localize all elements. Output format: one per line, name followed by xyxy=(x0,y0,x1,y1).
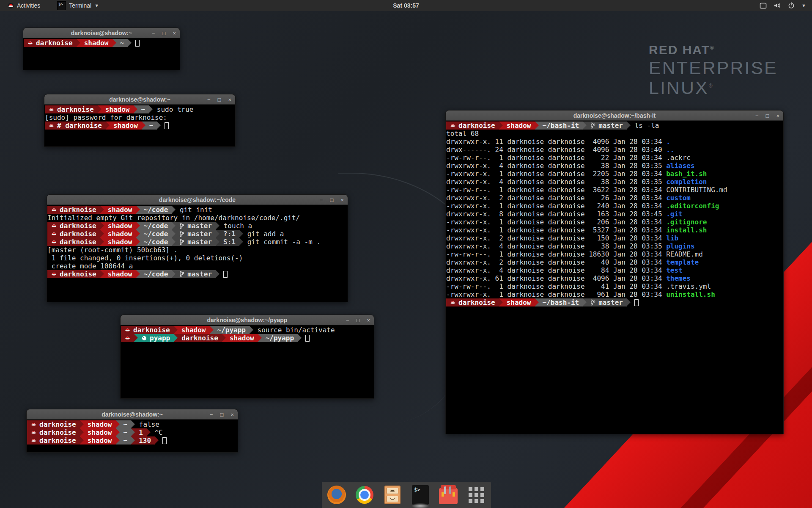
titlebar[interactable]: darknoise@shadow:~ − □ × xyxy=(27,409,238,420)
terminal-window-home-1[interactable]: darknoise@shadow:~ − □ × darknoiseshadow… xyxy=(23,28,180,70)
powerline-arrow xyxy=(136,238,140,246)
prompt-segment-host: shadow xyxy=(110,121,142,130)
terminal-content[interactable]: darknoiseshadow~ sudo true[sudo] passwor… xyxy=(44,105,235,146)
redhat-icon xyxy=(27,40,33,46)
redhat-icon xyxy=(31,430,36,435)
terminal-line: -rwxrwxr-x. 1 darknoise darknoise 206 Ja… xyxy=(446,218,783,226)
terminal-line: drwx------. 24 darknoise darknoise 4096 … xyxy=(446,146,783,154)
titlebar[interactable]: darknoise@shadow:~/pyapp − □ × xyxy=(121,315,374,325)
ls-fields: -rw-rw-r--. 1 darknoise darknoise 3622 J… xyxy=(446,186,666,194)
minimize-button[interactable]: − xyxy=(346,318,349,323)
volume-icon[interactable] xyxy=(774,2,781,9)
powerline-arrow xyxy=(499,298,503,306)
close-button[interactable]: × xyxy=(367,318,370,323)
window-title: darknoise@shadow:~ xyxy=(44,96,235,103)
terminal-line: [sudo] password for darknoise: xyxy=(45,113,235,121)
terminal-window-sudo[interactable]: darknoise@shadow:~ − □ × darknoiseshadow… xyxy=(44,94,236,147)
terminal-line: darknoiseshadow~/codemaster?:1 git add a xyxy=(47,230,348,238)
powerline-arrow xyxy=(174,334,178,342)
toolbox-icon[interactable] xyxy=(439,485,458,505)
app-menu-terminal[interactable]: $> Terminal ▼ xyxy=(55,0,102,11)
ls-fields: -rwxrwxr-x. 1 darknoise darknoise 240 Ja… xyxy=(446,202,666,210)
firefox-icon[interactable] xyxy=(327,485,346,505)
prompt-segment-git: master xyxy=(176,230,216,238)
minimize-button[interactable]: − xyxy=(320,197,323,203)
powerline-arrow xyxy=(239,238,243,246)
prompt-segment-user: darknoise xyxy=(446,298,499,306)
prompt-segment-path: ~ xyxy=(120,436,132,444)
maximize-button[interactable]: □ xyxy=(357,318,360,323)
redhat-icon xyxy=(51,231,57,237)
close-button[interactable]: × xyxy=(776,113,779,119)
terminal-content[interactable]: darknoiseshadow~/pyapp source bin/activa… xyxy=(121,325,374,398)
close-button[interactable]: × xyxy=(228,97,231,102)
maximize-button[interactable]: □ xyxy=(218,97,221,102)
terminal-line: -rw-rw-r--. 1 darknoise darknoise 41 Jan… xyxy=(446,282,783,290)
terminal-icon[interactable]: $> xyxy=(411,485,430,505)
terminal-content[interactable]: darknoiseshadow~/code git initInitialize… xyxy=(47,205,348,302)
branch-icon xyxy=(590,122,595,129)
powerline-arrow xyxy=(216,270,219,278)
power-icon[interactable] xyxy=(788,2,795,9)
redhat-icon xyxy=(49,107,54,112)
ls-fields: drwxrwxr-x. 4 darknoise darknoise 38 Jan… xyxy=(446,162,666,170)
maximize-button[interactable]: □ xyxy=(330,197,334,203)
output-text: Initialized empty Git repository in /hom… xyxy=(47,214,300,222)
output-text: total 68 xyxy=(446,130,479,138)
close-button[interactable]: × xyxy=(340,197,344,203)
command-text: ls -la xyxy=(631,121,659,130)
terminal-line: Initialized empty Git repository in /hom… xyxy=(47,214,348,222)
terminal-content[interactable]: darknoiseshadow~/bash-itmaster ls -latot… xyxy=(446,121,783,434)
titlebar[interactable]: darknoise@shadow:~ − □ × xyxy=(44,94,235,105)
titlebar[interactable]: darknoise@shadow:~/bash-it − □ × xyxy=(446,110,783,121)
titlebar[interactable]: darknoise@shadow:~ − □ × xyxy=(23,28,180,38)
branch-icon xyxy=(179,231,184,237)
powerline-arrow xyxy=(142,121,145,130)
minimize-button[interactable]: − xyxy=(152,30,155,36)
powerline-arrow xyxy=(100,270,104,278)
prompt-segment-host: shadow xyxy=(104,222,136,230)
activities-button[interactable]: Activities xyxy=(3,0,44,11)
ls-filename: aliases xyxy=(666,162,694,170)
command-text: false xyxy=(135,420,159,428)
powerline-arrow xyxy=(535,121,539,130)
maximize-button[interactable]: □ xyxy=(220,412,224,417)
prompt-segment-path: ~/code xyxy=(140,270,172,278)
prompt-segment-path: ~/pyapp xyxy=(262,334,298,342)
maximize-button[interactable]: □ xyxy=(162,30,166,36)
minimize-button[interactable]: − xyxy=(207,97,211,102)
window-title: darknoise@shadow:~ xyxy=(27,411,238,418)
screen-icon[interactable] xyxy=(760,3,767,9)
powerline-arrow xyxy=(258,334,262,342)
command-text: sudo true xyxy=(153,105,193,113)
terminal-window-pyapp[interactable]: darknoise@shadow:~/pyapp − □ × darknoise… xyxy=(120,315,374,399)
terminal-window-bash-it[interactable]: darknoise@shadow:~/bash-it − □ × darknoi… xyxy=(445,110,784,434)
command-text: ^C xyxy=(151,428,163,436)
powerline-arrow xyxy=(627,121,631,130)
terminal-content[interactable]: darknoiseshadow~ falsedarknoiseshadow~1 … xyxy=(27,420,238,452)
terminal-line: darknoiseshadow~/codemaster touch a xyxy=(47,222,348,230)
powerline-arrow xyxy=(216,238,219,246)
app-grid-icon[interactable] xyxy=(466,485,486,505)
terminal-window-home-2[interactable]: darknoise@shadow:~ − □ × darknoiseshadow… xyxy=(26,409,238,453)
titlebar[interactable]: darknoise@shadow:~/code − □ × xyxy=(47,195,348,205)
terminal-cursor xyxy=(305,335,310,342)
minimize-button[interactable]: − xyxy=(210,412,213,417)
clock[interactable]: Sat 03:57 xyxy=(393,2,419,9)
maximize-button[interactable]: □ xyxy=(766,113,769,119)
app-menu-label: Terminal xyxy=(69,2,91,9)
redhat-icon xyxy=(51,223,57,229)
powerline-arrow xyxy=(136,206,140,214)
terminal-window-code[interactable]: darknoise@shadow:~/code − □ × darknoises… xyxy=(47,194,348,302)
close-button[interactable]: × xyxy=(173,30,176,36)
close-button[interactable]: × xyxy=(230,412,234,417)
prompt-segment-user: darknoise xyxy=(47,238,100,246)
terminal-cursor xyxy=(223,271,228,278)
chrome-icon[interactable] xyxy=(355,485,374,505)
files-icon[interactable] xyxy=(383,485,402,505)
ls-filename: .travis.yml xyxy=(666,282,711,290)
powerline-arrow xyxy=(131,420,135,428)
minimize-button[interactable]: − xyxy=(755,113,759,119)
chevron-down-icon[interactable]: ▼ xyxy=(801,3,806,8)
terminal-content[interactable]: darknoiseshadow~ xyxy=(23,38,180,70)
